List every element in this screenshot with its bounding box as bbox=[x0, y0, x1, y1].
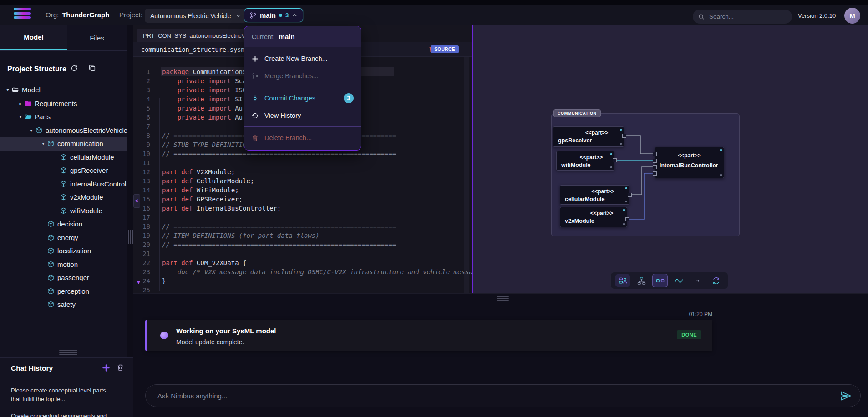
code-line: 18// ===================================… bbox=[133, 222, 472, 231]
port-ibc-3[interactable] bbox=[653, 165, 657, 169]
line-number: 21 bbox=[135, 249, 150, 258]
caret-icon[interactable]: ▾ bbox=[27, 128, 36, 133]
gutter-marker-icon[interactable]: ▼ bbox=[136, 279, 142, 286]
tree-item-decision[interactable]: decision bbox=[0, 217, 127, 231]
menu-item-label: Commit Changes bbox=[264, 95, 315, 102]
panel-resize-handle[interactable] bbox=[497, 296, 509, 301]
chevron-down-icon bbox=[235, 13, 241, 19]
tree-item-v2x-module[interactable]: v2xModule bbox=[0, 191, 127, 204]
diagram-node-gps-receiver[interactable]: <<part>> gpsReceiver bbox=[553, 126, 624, 147]
sidebar-resize-divider[interactable] bbox=[127, 25, 133, 357]
chat-history-item[interactable]: Please create conceptual level parts tha… bbox=[11, 386, 117, 403]
caret-icon[interactable]: ▾ bbox=[16, 114, 25, 119]
chat-history-item[interactable]: Create conceptual requirements and bbox=[11, 412, 117, 417]
code-text: } bbox=[162, 277, 166, 285]
divider-grip-icon[interactable] bbox=[128, 230, 133, 244]
diagram-node-wifi-module[interactable]: <<part>> wifiModule bbox=[556, 151, 614, 171]
port-cellular-module[interactable] bbox=[628, 193, 632, 197]
menu-divider bbox=[244, 87, 361, 87]
tree-item-label: gpsReceiver bbox=[70, 166, 108, 174]
line-number: 2 bbox=[135, 76, 150, 85]
sidebar-tabs: Model Files bbox=[0, 25, 127, 51]
tree-item-gps-receiver[interactable]: gpsReceiver bbox=[0, 164, 127, 177]
nimbus-input[interactable] bbox=[146, 385, 860, 407]
user-avatar[interactable]: M bbox=[844, 8, 860, 24]
node-handle-icon bbox=[610, 153, 612, 155]
new-chat-icon[interactable] bbox=[102, 364, 110, 372]
port-ibc-4[interactable] bbox=[653, 171, 657, 176]
tree-item-perception[interactable]: perception bbox=[0, 285, 127, 298]
port-v2x-module[interactable] bbox=[625, 217, 629, 221]
menu-item-merge-branches[interactable]: Merge Branches... bbox=[244, 67, 361, 85]
tree-item-label: v2xModule bbox=[70, 193, 103, 201]
port-ibc-1[interactable] bbox=[653, 152, 657, 156]
search-box[interactable] bbox=[693, 10, 792, 24]
tab-model[interactable]: Model bbox=[0, 25, 67, 50]
port-wifi-module[interactable] bbox=[613, 158, 617, 162]
node-handle-icon bbox=[720, 149, 722, 151]
port-ibc-2[interactable] bbox=[653, 159, 657, 163]
tree-item-autonomous-electric-vehicle[interactable]: ▾autonomousElectricVehicle bbox=[0, 124, 127, 137]
fold-handle[interactable]: < bbox=[133, 194, 140, 208]
tree-item-wifi-module[interactable]: wifiModule bbox=[0, 204, 127, 218]
line-number: 14 bbox=[135, 186, 150, 195]
menu-item-create-branch[interactable]: Create New Branch... bbox=[244, 50, 361, 67]
tree-item-internal-bus-controller[interactable]: internalBusController bbox=[0, 177, 127, 191]
menu-item-view-history[interactable]: View History bbox=[244, 107, 361, 124]
copy-icon[interactable] bbox=[88, 64, 96, 72]
diagram-node-cellular-module[interactable]: <<part>> cellularModule bbox=[560, 185, 629, 205]
branch-name: main bbox=[260, 11, 276, 19]
code-keyword: private import bbox=[162, 95, 235, 103]
node-stereotype: <<part>> bbox=[655, 152, 724, 159]
node-handle-icon bbox=[623, 223, 625, 225]
node-stereotype: <<part>> bbox=[557, 154, 614, 161]
caret-icon[interactable]: ▾ bbox=[39, 141, 47, 146]
diagram-node-v2x-module[interactable]: <<part>> v2xModule bbox=[560, 207, 627, 227]
tree-item-passenger[interactable]: passenger bbox=[0, 271, 127, 285]
tree-item-parts[interactable]: ▾Parts bbox=[0, 110, 127, 124]
code-keyword: private import bbox=[162, 105, 235, 112]
hamburger-menu-icon[interactable] bbox=[14, 8, 31, 19]
refresh-icon[interactable] bbox=[71, 65, 78, 72]
menu-item-commit-changes[interactable]: Commit Changes 3 bbox=[244, 90, 361, 107]
tree-item-motion[interactable]: motion bbox=[0, 258, 127, 271]
tree-item-energy[interactable]: energy bbox=[0, 231, 127, 245]
editor-scrollbar[interactable] bbox=[464, 57, 469, 293]
caret-icon[interactable]: ▸ bbox=[16, 101, 25, 106]
menu-item-label: Create New Branch... bbox=[264, 55, 328, 62]
project-select-value: Autonomous Electric Vehicle bbox=[150, 12, 231, 20]
tree-item-cellular-module[interactable]: cellularModule bbox=[0, 151, 127, 164]
line-number: 8 bbox=[135, 131, 150, 140]
port-gps-receiver[interactable] bbox=[622, 134, 626, 138]
search-input[interactable] bbox=[708, 13, 781, 20]
tree-item-localization[interactable]: localization bbox=[0, 244, 127, 258]
code-text: CellularModule; bbox=[197, 177, 254, 185]
delete-chats-icon[interactable] bbox=[117, 364, 124, 372]
send-icon[interactable] bbox=[840, 390, 852, 402]
tree-item-requirements[interactable]: ▸Requirements bbox=[0, 97, 127, 111]
diagram-node-internal-bus-controller[interactable]: <<part>> internalBusController bbox=[655, 147, 724, 178]
folder-open-icon bbox=[12, 86, 22, 94]
node-name: v2xModule bbox=[565, 218, 627, 224]
menu-divider bbox=[244, 126, 361, 127]
source-badge[interactable]: SOURCE bbox=[431, 45, 459, 53]
tree-item-safety[interactable]: safety bbox=[0, 298, 127, 311]
tree-item-model[interactable]: ▾Model bbox=[0, 83, 127, 97]
branch-menu-header: Current: main bbox=[244, 26, 361, 47]
menu-item-label: Merge Branches... bbox=[264, 72, 318, 80]
code-keyword: part def bbox=[162, 196, 197, 203]
tree-item-label: Model bbox=[22, 86, 41, 94]
code-keyword: package bbox=[162, 68, 193, 75]
part-cube-icon bbox=[47, 288, 57, 295]
branch-selector-button[interactable]: main 3 bbox=[244, 8, 303, 22]
tab-files[interactable]: Files bbox=[67, 25, 127, 50]
code-line: 24} bbox=[133, 276, 472, 286]
project-select[interactable]: Autonomous Electric Vehicle bbox=[145, 9, 247, 23]
tree-item-communication[interactable]: ▾communication bbox=[0, 137, 127, 151]
caret-icon[interactable]: ▾ bbox=[4, 87, 12, 92]
node-handle-icon bbox=[620, 143, 622, 145]
line-number: 4 bbox=[135, 95, 150, 104]
chat-history-resize-handle[interactable] bbox=[59, 350, 77, 357]
node-stereotype: <<part>> bbox=[560, 188, 629, 195]
menu-item-delete-branch[interactable]: Delete Branch... bbox=[244, 129, 361, 146]
